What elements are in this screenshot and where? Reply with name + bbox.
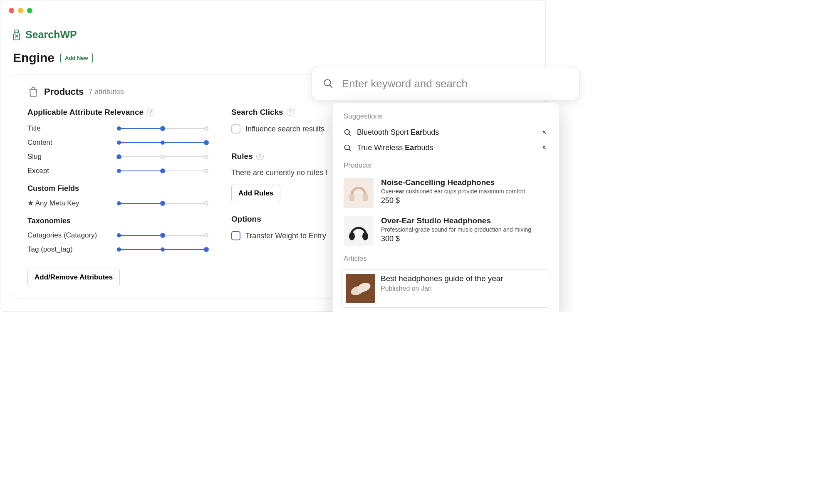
slider-label: Slug <box>27 153 42 161</box>
svg-point-8 <box>349 232 355 240</box>
slider-label: Except <box>27 167 49 175</box>
article-meta: Published on Jan <box>381 285 503 292</box>
product-title: Noise-Cancelling Headphones <box>381 178 525 187</box>
titlebar <box>0 0 545 21</box>
suggestion-text: Bluetooth Sport Earbuds <box>357 128 439 137</box>
svg-point-2 <box>345 129 350 134</box>
arrow-up-left-icon <box>541 145 548 151</box>
slider-row: Content <box>27 138 206 147</box>
add-remove-attributes-button[interactable]: Add/Remove Attributes <box>27 269 120 286</box>
relevance-slider[interactable] <box>119 234 206 237</box>
slider-label: Catagories (Catagory) <box>27 231 97 240</box>
brand-bar: SearchWP <box>0 21 545 48</box>
relevance-slider[interactable] <box>119 169 206 173</box>
slider-row: Slug <box>27 153 206 161</box>
product-thumbnail <box>344 216 374 246</box>
maximize-window-button[interactable] <box>27 8 32 13</box>
suggestion-item[interactable]: True Wireless Earbuds <box>333 140 559 156</box>
slider-label: ★ Any Meta Key <box>27 199 79 208</box>
brand-logo-icon <box>12 29 21 41</box>
page-title-row: Engine Add New <box>13 51 533 65</box>
relevance-slider[interactable] <box>119 202 206 205</box>
add-new-button[interactable]: Add New <box>60 53 93 63</box>
slider-label: Tag (post_tag) <box>27 245 73 254</box>
app-window: SearchWP Engine Add New Products 7 attri… <box>0 0 546 312</box>
product-description: Over-ear cushioned ear cups provide maxi… <box>381 188 525 195</box>
article-result[interactable]: Best headphones guide of the yearPublish… <box>341 269 550 308</box>
suggestions-heading: Suggestions <box>333 111 559 125</box>
checkbox-icon[interactable] <box>231 231 240 240</box>
search-icon <box>344 128 352 137</box>
search-overlay: Suggestions Bluetooth Sport EarbudsTrue … <box>312 67 579 312</box>
product-result[interactable]: Over-Ear Studio HeadphonesProfessional-g… <box>333 212 559 250</box>
help-icon[interactable]: ? <box>256 153 264 160</box>
products-heading: Products <box>333 156 559 174</box>
left-column: Applicable Attribute Relevance ? TitleCo… <box>27 108 206 286</box>
svg-rect-6 <box>363 194 368 201</box>
product-result[interactable]: Noise-Cancelling HeadphonesOver-ear cush… <box>333 174 559 212</box>
relevance-section-title: Applicable Attribute Relevance ? <box>27 108 206 117</box>
attribute-count: 7 attributes <box>89 88 124 96</box>
relevance-slider[interactable] <box>119 141 206 144</box>
svg-point-9 <box>362 232 368 240</box>
svg-rect-0 <box>15 30 18 32</box>
shopping-bag-icon <box>27 86 39 98</box>
arrow-up-left-icon <box>541 129 548 136</box>
slider-row: Catagories (Catagory) <box>27 231 206 240</box>
product-price: 250 $ <box>381 196 525 205</box>
svg-rect-5 <box>349 194 354 201</box>
svg-point-3 <box>345 145 350 150</box>
relevance-slider[interactable] <box>119 127 206 130</box>
svg-rect-7 <box>344 216 374 246</box>
search-box[interactable] <box>312 67 579 100</box>
product-price: 300 $ <box>381 235 531 243</box>
brand-name: SearchWP <box>25 29 77 41</box>
close-window-button[interactable] <box>9 8 14 13</box>
slider-row: Title <box>27 124 206 133</box>
page-title: Engine <box>13 51 54 65</box>
article-title: Best headphones guide of the year <box>381 274 503 283</box>
slider-row: Except <box>27 167 206 175</box>
svg-rect-4 <box>344 178 374 208</box>
slider-label: Content <box>27 138 52 147</box>
slider-row: ★ Any Meta Key <box>27 199 206 208</box>
relevance-slider[interactable] <box>119 155 206 158</box>
suggestion-text: True Wireless Earbuds <box>357 143 433 152</box>
articles-heading: Articles <box>333 250 559 267</box>
product-thumbnail <box>344 178 374 208</box>
taxonomies-title: Taxonomies <box>27 217 206 225</box>
window-controls <box>9 8 32 13</box>
search-input[interactable] <box>342 77 568 90</box>
article-thumbnail <box>346 274 375 303</box>
search-icon <box>323 78 334 89</box>
slider-label: Title <box>27 124 41 133</box>
product-description: Professional-grade sound for music produ… <box>381 226 531 233</box>
minimize-window-button[interactable] <box>18 8 23 13</box>
help-icon[interactable]: ? <box>147 109 154 116</box>
relevance-slider[interactable] <box>119 248 206 251</box>
suggestion-item[interactable]: Bluetooth Sport Earbuds <box>333 125 559 140</box>
panel-title: Products <box>44 86 84 97</box>
search-results-panel: Suggestions Bluetooth Sport EarbudsTrue … <box>332 103 559 312</box>
add-rules-button[interactable]: Add Rules <box>231 185 280 202</box>
search-icon <box>344 144 352 152</box>
custom-fields-title: Custom Fields <box>27 184 206 193</box>
slider-row: Tag (post_tag) <box>27 245 206 254</box>
help-icon[interactable]: ? <box>287 109 294 116</box>
svg-point-1 <box>324 79 330 86</box>
product-title: Over-Ear Studio Headphones <box>381 216 531 225</box>
checkbox-icon[interactable] <box>231 124 240 133</box>
